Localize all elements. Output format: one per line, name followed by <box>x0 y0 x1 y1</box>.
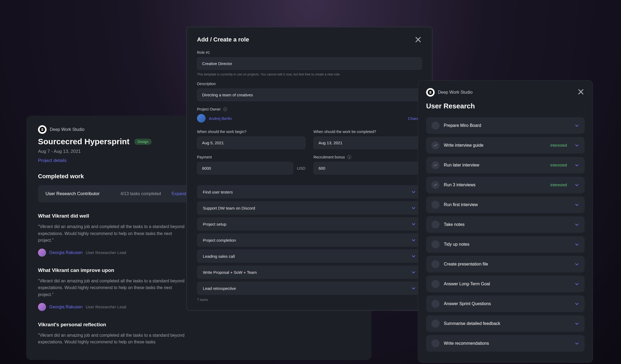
feedback-quote-2: "Vikrant did an amazing job and complete… <box>38 332 188 346</box>
owner-name[interactable]: Andrej Berlin <box>209 116 232 121</box>
description-input[interactable] <box>197 89 422 101</box>
task-check-icon[interactable] <box>431 181 440 189</box>
task-name: Summarise detailed feedback <box>444 321 570 326</box>
payment-row: Payment USD Recruitment bonus <box>197 155 422 175</box>
task-name: Run later interview <box>444 163 546 168</box>
chevron-down-icon <box>574 282 579 286</box>
modal-task-item[interactable]: Leading sales call <box>197 249 422 263</box>
task-check-icon[interactable] <box>431 122 440 130</box>
task-label: Project completion <box>203 238 236 242</box>
expand-label: Expand <box>172 191 186 196</box>
chevron-down-icon <box>574 242 579 247</box>
svg-rect-8 <box>349 157 350 158</box>
chevron-down-icon <box>574 202 579 207</box>
end-col: When should the work be completed? <box>313 130 422 149</box>
payment-col: Payment USD <box>197 155 305 175</box>
task-check-icon[interactable] <box>431 260 440 268</box>
owner-row: Andrej Berlin Change <box>197 114 422 123</box>
feedback-quote-0: "Vikrant did an amazing job and complete… <box>38 223 188 244</box>
task-label: Write Proposal + SoW + Team <box>203 270 257 275</box>
close-icon[interactable] <box>414 36 422 43</box>
payment-input[interactable] <box>197 162 293 175</box>
chevron-down-icon <box>574 262 579 267</box>
rp-task-list: Prepare Miro BoardWrite interview guideI… <box>426 117 585 352</box>
chevron-down-icon <box>574 222 579 227</box>
author-role-0: User Researcher Lead <box>86 250 126 255</box>
task-name: Write interview guide <box>444 143 546 148</box>
rp-task-item[interactable]: Write interview guideInterested <box>426 137 585 154</box>
modal-task-item[interactable]: Project completion <box>197 233 422 247</box>
modal-task-item[interactable]: Find user testers <box>197 185 422 199</box>
svg-point-4 <box>225 108 225 109</box>
svg-rect-5 <box>225 109 225 110</box>
task-check-icon[interactable] <box>431 201 440 209</box>
role-input[interactable] <box>197 57 422 70</box>
modal-title: Add / Create a role <box>197 36 249 43</box>
author-name-0[interactable]: Georgia Rakusen <box>49 250 83 255</box>
task-check-icon[interactable] <box>431 221 440 229</box>
end-label: When should the work be completed? <box>313 130 422 134</box>
task-check-icon[interactable] <box>431 240 440 248</box>
task-name: Answer Sprint Questions <box>444 301 570 306</box>
task-name: Write recommendations <box>444 341 570 346</box>
close-icon[interactable] <box>577 88 585 96</box>
modal-task-item[interactable]: Support DW team on Discord <box>197 201 422 215</box>
modal-task-item[interactable]: Project setup <box>197 217 422 231</box>
rp-task-item[interactable]: Prepare Miro Board <box>426 117 585 134</box>
task-check-icon[interactable] <box>431 280 440 288</box>
info-icon <box>347 155 351 159</box>
task-label: Leading sales call <box>203 254 235 259</box>
chevron-down-icon <box>574 183 579 187</box>
author-name-1[interactable]: Georgia Rakusen <box>49 305 83 309</box>
modal-task-item[interactable]: Write Proposal + SoW + Team <box>197 266 422 279</box>
task-check-icon[interactable] <box>431 161 440 169</box>
task-check-icon[interactable] <box>431 300 440 308</box>
org-logo <box>38 125 47 134</box>
rp-task-item[interactable]: Run 3 interviewsInterested <box>426 177 585 193</box>
rp-task-item[interactable]: Answer Sprint Questions <box>426 295 585 312</box>
payment-label: Payment <box>197 155 305 159</box>
task-status: Interested <box>550 183 567 187</box>
task-name: Create presentation file <box>444 262 570 267</box>
task-label: Support DW team on Discord <box>203 206 255 210</box>
task-name: Tidy up notes <box>444 242 570 247</box>
rp-task-item[interactable]: Summarise detailed feedback <box>426 315 585 332</box>
chevron-down-icon <box>411 238 416 242</box>
chevron-down-icon <box>574 341 579 346</box>
task-name: Answer Long-Term Goal <box>444 282 570 286</box>
modal-task-list: Find user testersSupport DW team on Disc… <box>197 185 422 295</box>
rp-org-row: Deep Work Studio <box>426 88 473 97</box>
task-check-icon[interactable] <box>431 339 440 347</box>
rp-task-item[interactable]: Answer Long-Term Goal <box>426 276 585 292</box>
rp-task-item[interactable]: Run first interview <box>426 196 585 213</box>
feedback-heading-2: Vikrant's personal reflection <box>38 322 360 328</box>
chevron-down-icon <box>411 222 416 226</box>
rp-task-item[interactable]: Take notes <box>426 216 585 233</box>
task-check-icon[interactable] <box>431 320 440 328</box>
org-name: Deep Work Studio <box>50 127 85 132</box>
chevron-down-icon <box>411 254 416 259</box>
end-date-input[interactable] <box>313 136 422 149</box>
rp-task-item[interactable]: Create presentation file <box>426 256 585 272</box>
svg-point-7 <box>349 156 350 157</box>
chevron-down-icon <box>411 189 416 194</box>
task-name: Run 3 interviews <box>444 183 546 187</box>
modal-task-item[interactable]: Lead retrospective <box>197 282 422 295</box>
org-logo-icon <box>427 89 433 95</box>
task-check-icon[interactable] <box>431 141 440 149</box>
task-name: Prepare Miro Board <box>444 123 570 128</box>
svg-rect-11 <box>429 92 432 93</box>
rp-task-item[interactable]: Tidy up notes <box>426 236 585 253</box>
rp-task-item[interactable]: Write recommendations <box>426 335 585 352</box>
rp-task-item[interactable]: Run later interviewInterested <box>426 157 585 173</box>
add-role-modal: Add / Create a role Role #1 This templat… <box>186 27 433 311</box>
begin-col: When should the work begin? <box>197 130 305 149</box>
begin-date-input[interactable] <box>197 136 305 149</box>
bonus-input[interactable] <box>313 162 422 175</box>
owner-label: Project Owner <box>197 107 422 111</box>
task-label: Find user testers <box>203 190 233 194</box>
description-label: Description <box>197 82 422 86</box>
rp-org-name: Deep Work Studio <box>438 90 473 95</box>
chevron-down-icon <box>574 143 579 148</box>
feedback-quote-1: "Vikrant did an amazing job and complete… <box>38 278 188 298</box>
